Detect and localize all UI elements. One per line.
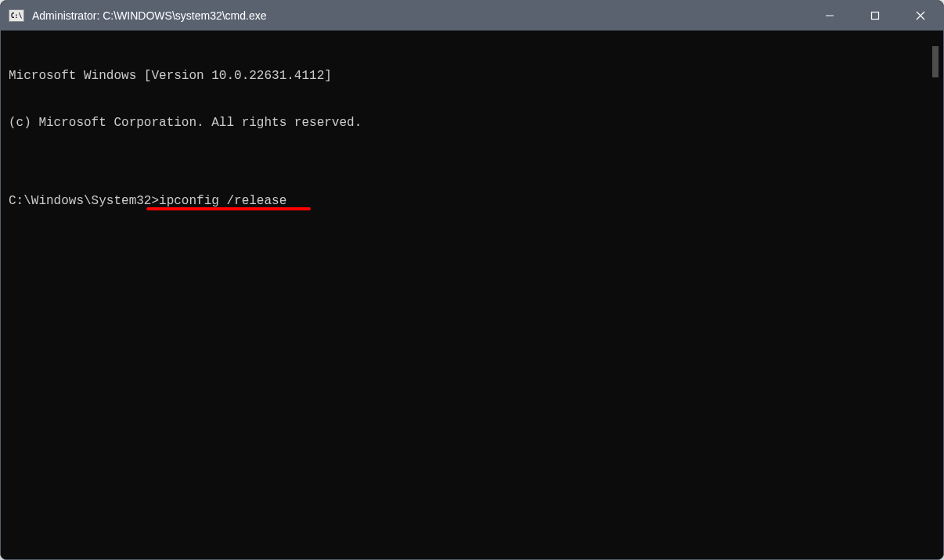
titlebar[interactable]: C:\ Administrator: C:\WINDOWS\system32\c…	[1, 1, 943, 31]
window-controls	[807, 1, 943, 31]
terminal-command: ipconfig /release	[159, 193, 286, 209]
maximize-button[interactable]	[852, 1, 898, 31]
svg-rect-1	[872, 13, 879, 20]
close-icon	[916, 11, 925, 20]
terminal-prompt-line: C:\Windows\System32>ipconfig /release	[9, 193, 935, 209]
minimize-icon	[825, 11, 834, 20]
minimize-button[interactable]	[807, 1, 852, 31]
annotation-underline	[146, 207, 311, 210]
terminal-prompt: C:\Windows\System32>	[9, 193, 159, 209]
terminal-line-version: Microsoft Windows [Version 10.0.22631.41…	[9, 68, 935, 84]
scrollbar-thumb[interactable]	[932, 46, 939, 77]
cmd-icon-label: C:\	[11, 13, 22, 20]
window-title: Administrator: C:\WINDOWS\system32\cmd.e…	[32, 9, 807, 22]
close-button[interactable]	[898, 1, 943, 31]
cmd-icon: C:\	[9, 9, 24, 22]
terminal-content: Microsoft Windows [Version 10.0.22631.41…	[9, 37, 935, 240]
scrollbar[interactable]	[929, 31, 942, 559]
maximize-icon	[870, 11, 880, 20]
terminal-body[interactable]: Microsoft Windows [Version 10.0.22631.41…	[1, 31, 943, 559]
terminal-line-copyright: (c) Microsoft Corporation. All rights re…	[9, 115, 935, 131]
cmd-window: C:\ Administrator: C:\WINDOWS\system32\c…	[0, 0, 944, 560]
